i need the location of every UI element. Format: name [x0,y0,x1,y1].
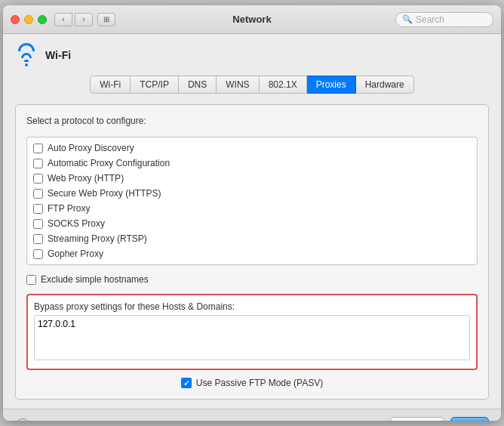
wifi-arc-outer [18,43,35,51]
tabs-bar: Wi-Fi TCP/IP DNS WINS 802.1X Proxies Har… [15,76,489,94]
help-button[interactable]: ? [15,418,30,421]
socks-proxy-label: SOCKS Proxy [48,218,105,229]
grid-button[interactable]: ⊞ [97,13,115,26]
ftp-proxy-checkbox[interactable] [33,204,43,214]
tab-tcpip[interactable]: TCP/IP [131,76,179,94]
protocol-secure-web-proxy[interactable]: Secure Web Proxy (HTTPS) [27,186,477,201]
gopher-proxy-label: Gopher Proxy [48,248,103,259]
ftp-proxy-label: FTP Proxy [48,203,90,214]
tab-proxies[interactable]: Proxies [307,76,356,94]
wifi-arc-inner [24,60,29,62]
traffic-lights [11,15,47,24]
search-icon: 🔍 [402,14,413,24]
titlebar: ‹ › ⊞ Network 🔍 [3,5,501,34]
forward-button[interactable]: › [75,13,93,26]
auto-proxy-label: Auto Proxy Discovery [48,143,134,153]
wifi-label: Wi-Fi [45,49,71,61]
minimize-button[interactable] [24,15,33,24]
network-window: ‹ › ⊞ Network 🔍 Wi-Fi W [3,5,501,421]
tab-8021x[interactable]: 802.1X [260,76,307,94]
streaming-proxy-label: Streaming Proxy (RTSP) [48,233,147,244]
ftp-passive-checkbox[interactable] [181,378,192,388]
wifi-header: Wi-Fi [15,43,489,66]
web-proxy-label: Web Proxy (HTTP) [48,173,124,184]
tab-hardware[interactable]: Hardware [356,76,414,94]
ftp-passive-label: Use Passive FTP Mode (PASV) [196,378,323,388]
tab-wins[interactable]: WINS [217,76,259,94]
protocol-list: Auto Proxy Discovery Automatic Proxy Con… [26,137,478,265]
bottom-bar: ? Cancel OK [3,409,501,421]
nav-buttons: ‹ › [54,13,93,26]
protocol-auto-proxy-discovery[interactable]: Auto Proxy Discovery [27,140,477,156]
auto-proxy-checkbox[interactable] [33,144,43,153]
secure-web-proxy-checkbox[interactable] [33,189,43,199]
exclude-hostnames-label: Exclude simple hostnames [41,274,149,285]
content-area: Wi-Fi Wi-Fi TCP/IP DNS WINS 802.1X Proxi… [3,34,501,409]
automatic-proxy-checkbox[interactable] [33,159,43,168]
bottom-right-buttons: Cancel OK [390,417,489,421]
ok-button[interactable]: OK [450,417,489,421]
protocol-streaming-proxy[interactable]: Streaming Proxy (RTSP) [27,231,477,246]
protocol-web-proxy[interactable]: Web Proxy (HTTP) [27,171,477,186]
wifi-arc-middle [21,53,32,58]
protocol-socks-proxy[interactable]: SOCKS Proxy [27,216,477,231]
streaming-proxy-checkbox[interactable] [33,234,43,244]
gopher-proxy-checkbox[interactable] [33,249,43,259]
tab-dns[interactable]: DNS [179,76,217,94]
select-protocol-label: Select a protocol to configure: [26,116,478,126]
tab-wifi[interactable]: Wi-Fi [90,76,131,94]
window-title: Network [232,14,271,25]
back-button[interactable]: ‹ [54,13,72,26]
protocol-ftp-proxy[interactable]: FTP Proxy [27,201,477,216]
chevron-right-icon: › [82,15,85,23]
protocol-automatic-proxy-config[interactable]: Automatic Proxy Configuration [27,156,477,171]
secure-web-proxy-label: Secure Web Proxy (HTTPS) [48,188,161,199]
ftp-row: Use Passive FTP Mode (PASV) [26,378,478,388]
wifi-dot [25,63,28,66]
grid-icon: ⊞ [103,15,109,23]
close-button[interactable] [11,15,20,24]
chevron-left-icon: ‹ [62,15,64,23]
automatic-proxy-label: Automatic Proxy Configuration [48,158,170,168]
protocol-gopher-proxy[interactable]: Gopher Proxy [27,246,477,261]
search-box: 🔍 [395,12,493,27]
web-proxy-checkbox[interactable] [33,174,43,184]
bypass-textarea[interactable] [34,315,470,360]
wifi-icon [15,43,38,66]
exclude-row: Exclude simple hostnames [26,273,478,286]
exclude-hostnames-checkbox[interactable] [26,275,36,285]
socks-proxy-checkbox[interactable] [33,219,43,229]
bypass-section: Bypass proxy settings for these Hosts & … [26,294,478,370]
proxies-panel: Select a protocol to configure: Auto Pro… [15,104,489,400]
bypass-label: Bypass proxy settings for these Hosts & … [34,301,470,312]
search-input[interactable] [416,14,487,25]
maximize-button[interactable] [38,15,47,24]
cancel-button[interactable]: Cancel [390,417,444,421]
